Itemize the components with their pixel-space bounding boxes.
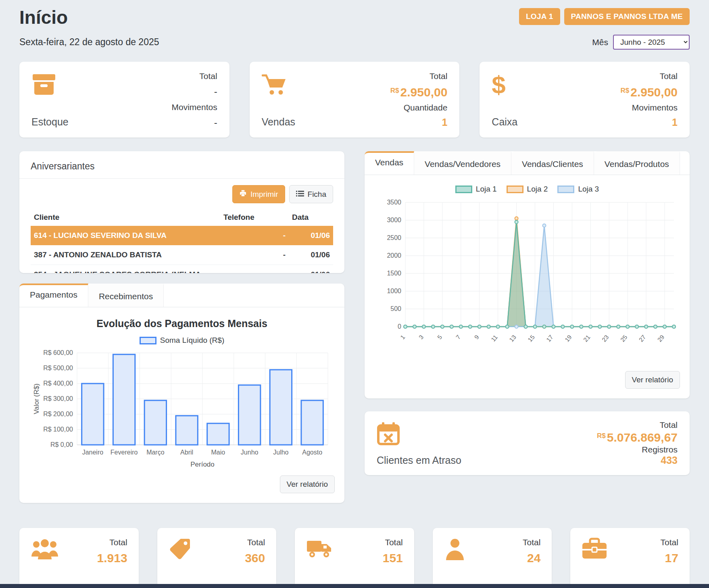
metric-label: Registros [597,445,678,455]
column-header-telefone: Telefone [220,209,289,226]
svg-text:13: 13 [508,334,517,343]
currency-prefix: R$ [621,87,630,94]
svg-text:R$ 400,00: R$ 400,00 [43,380,73,387]
svg-text:Maio: Maio [211,449,225,456]
stat-card-caixa: $ Caixa Total R$2.950,00 Movimentos 1 [480,62,690,138]
metric-value: 360 [245,551,265,565]
metric-value: R$5.076.869,67 [597,431,678,444]
metric-label: Movimentos [621,103,678,113]
metric-value: - [171,117,217,128]
summary-card-produtos: Total 360 Produtos [157,528,277,588]
tab-pagamentos[interactable]: Pagamentos [19,284,88,307]
left-column: Aniversariantes Imprimir [19,151,344,503]
column-header-cliente: Cliente [31,209,220,226]
ficha-button[interactable]: Ficha [289,185,333,203]
svg-text:Janeiro: Janeiro [82,449,104,456]
stat-card-title: Estoque [31,116,69,128]
archive-box-icon [31,71,69,98]
table-row[interactable]: 387 - ANTONIO ZENALDO BATISTA - 01/06 [31,245,333,265]
payments-chart: R$ 0,00R$ 100,00R$ 200,00R$ 300,00R$ 400… [19,348,344,470]
tab-vendas-produtos[interactable]: Vendas/Produtos [594,151,680,175]
svg-text:7: 7 [455,334,462,340]
summary-card-fornecedores: Total 151 Fornecedores [295,528,414,588]
stat-cards-row: Estoque Total - Movimentos - [19,62,690,138]
currency-prefix: R$ [597,432,606,440]
metric-label: Total [661,538,678,547]
svg-text:Valor (R$): Valor (R$) [33,384,40,414]
svg-text:R$ 500,00: R$ 500,00 [43,365,73,371]
list-icon [296,190,304,199]
truck-icon [306,538,333,560]
metric-label: Total [245,538,265,547]
summary-cards-row: Total 1.913 Clientes Total 360 Pr [19,528,690,588]
birthdays-title: Aniversariantes [19,161,344,179]
report-button[interactable]: Ver relatório [280,475,335,493]
svg-text:15: 15 [526,334,536,343]
briefcase-icon [582,538,607,562]
svg-text:R$ 100,00: R$ 100,00 [43,426,73,433]
svg-text:Período: Período [190,461,215,468]
sales-card: Vendas Vendas/Vendedores Vendas/Clientes… [365,151,690,398]
month-select[interactable]: Junho - 2025 [613,35,690,50]
metric-value: - [171,86,217,97]
metric-value: R$2.950,00 [621,85,678,99]
svg-text:R$ 0,00: R$ 0,00 [50,441,73,448]
table-row[interactable]: 614 - LUCIANO SEVERINO DA SILVA - 01/06 [31,226,333,245]
metric-value: 17 [661,551,678,565]
metric-value: 1.913 [97,551,127,565]
metric-label: Total [597,420,678,430]
tab-vendas-vendedores[interactable]: Vendas/Vendedores [414,151,511,175]
metric-label: Total [171,71,217,81]
stat-card-title: Caixa [492,116,517,128]
price-tag-icon [169,538,192,562]
right-column: Vendas Vendas/Vendedores Vendas/Clientes… [365,151,690,475]
svg-text:23: 23 [601,334,610,343]
currency-prefix: R$ [390,87,399,94]
company-badge[interactable]: PANNOS E PANNOS LTDA ME [564,8,690,25]
store-badge[interactable]: LOJA 1 [519,8,560,25]
svg-text:11: 11 [490,334,499,343]
page-title: Início [19,6,68,28]
svg-text:5: 5 [436,334,443,340]
payments-card: Pagamentos Recebimentos Evolução dos Pag… [19,284,344,503]
summary-card-vendedores: Total 17 Vendedores [570,528,690,588]
svg-text:R$ 200,00: R$ 200,00 [43,411,73,417]
svg-text:25: 25 [619,334,629,343]
metric-value: 1 [621,117,678,128]
month-filter: Mês Junho - 2025 [592,35,690,50]
metric-label: Total [523,538,540,547]
late-clients-card: Clientes em Atraso Total R$5.076.869,67 … [365,411,690,475]
sales-tabs: Vendas Vendas/Vendedores Vendas/Clientes… [365,151,690,175]
late-clients-title: Clientes em Atraso [377,455,461,466]
svg-text:29: 29 [656,334,666,343]
print-button[interactable]: Imprimir [232,185,285,203]
svg-text:Julho: Julho [273,449,288,456]
payments-tabs: Pagamentos Recebimentos [19,284,344,307]
metric-value: R$2.950,00 [390,85,448,99]
svg-text:3: 3 [417,334,425,340]
current-date: Sexta-feira, 22 de agosto de 2025 [19,37,159,48]
table-row[interactable]: 354 - JAQUELINE SOARES CORREIA (NELMA - … [31,265,333,273]
tab-vendas[interactable]: Vendas [365,151,414,175]
clients-group-icon [31,538,59,563]
svg-text:17: 17 [545,334,555,343]
svg-text:3000: 3000 [387,217,401,223]
svg-text:R$ 600,00: R$ 600,00 [43,349,73,356]
tab-vendas-clientes[interactable]: Vendas/Clientes [511,151,594,175]
tab-recebimentos[interactable]: Recebimentos [88,284,164,307]
header: Início LOJA 1 PANNOS E PANNOS LTDA ME [19,6,690,28]
svg-text:27: 27 [638,334,647,343]
footer-bar [0,584,709,588]
metric-label: Total [383,538,403,547]
month-label: Mês [592,38,608,47]
metric-label: Movimentos [171,102,217,112]
svg-text:1: 1 [399,334,406,340]
metric-value: 1 [390,117,448,128]
svg-text:1000: 1000 [387,288,401,294]
svg-text:9: 9 [473,334,480,340]
dashboard: Início LOJA 1 PANNOS E PANNOS LTDA ME Se… [19,0,690,588]
payments-chart-legend: Soma Líquido (R$) [19,335,344,346]
report-button[interactable]: Ver relatório [625,371,680,389]
stat-card-vendas: Vendas Total R$2.950,00 Quantidade 1 [250,62,460,138]
header-badges: LOJA 1 PANNOS E PANNOS LTDA ME [519,8,690,25]
